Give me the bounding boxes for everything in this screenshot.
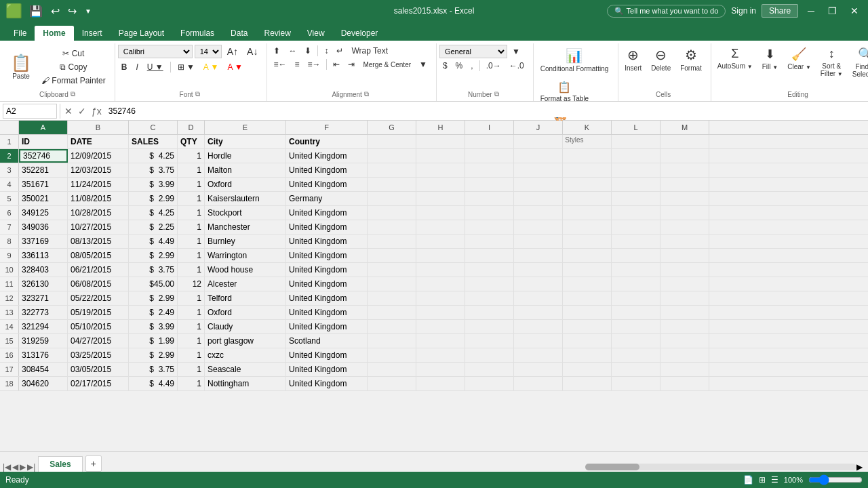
col-header-e[interactable]: E <box>205 121 286 134</box>
cell-d7[interactable]: 1 <box>178 220 205 234</box>
col-header-b[interactable]: B <box>68 121 129 134</box>
header-city[interactable]: City <box>205 135 286 148</box>
number-expand-btn[interactable]: ▼ <box>509 45 524 58</box>
cell-f10[interactable]: United Kingdom <box>286 263 368 277</box>
insert-function-button[interactable]: ƒx <box>90 104 103 118</box>
fill-button[interactable]: ⬇ Fill ▼ <box>759 45 781 80</box>
cell-f5[interactable]: Germany <box>286 192 368 205</box>
cell-c3[interactable]: $ 3.75 <box>129 163 178 177</box>
cancel-formula-button[interactable]: ✕ <box>63 104 74 118</box>
cell-d6[interactable]: 1 <box>178 206 205 220</box>
cell-h2[interactable] <box>416 149 465 163</box>
cell-f7[interactable]: United Kingdom <box>286 220 368 234</box>
comma-button[interactable]: , <box>467 60 476 72</box>
currency-button[interactable]: $ <box>439 60 451 72</box>
cell-f15[interactable]: Scotland <box>286 334 368 348</box>
col-header-k[interactable]: K <box>563 121 612 134</box>
cell-c4[interactable]: $ 3.99 <box>129 178 178 191</box>
cell-c14[interactable]: $ 3.99 <box>129 320 178 333</box>
cell-c16[interactable]: $ 2.99 <box>129 348 178 362</box>
cell-f4[interactable]: United Kingdom <box>286 178 368 191</box>
font-size-select[interactable]: 14 <box>195 45 222 58</box>
formula-input[interactable] <box>106 105 865 117</box>
cell-a17[interactable]: 308454 <box>19 363 68 376</box>
align-center-button[interactable]: ≡ <box>291 58 302 70</box>
save-button[interactable]: 💾 <box>26 3 45 19</box>
clear-button[interactable]: 🧹 Clear ▼ <box>784 45 814 80</box>
cell-l1[interactable] <box>612 135 660 148</box>
tab-insert[interactable]: Insert <box>74 26 111 41</box>
cell-d18[interactable]: 1 <box>178 377 205 390</box>
cell-f6[interactable]: United Kingdom <box>286 206 368 220</box>
zoom-slider[interactable] <box>808 474 863 485</box>
col-header-c[interactable]: C <box>129 121 178 134</box>
cell-e2[interactable]: Hordle <box>205 149 286 163</box>
delete-button[interactable]: ⊖ Delete <box>648 45 674 74</box>
tab-developer[interactable]: Developer <box>333 26 387 41</box>
cell-a15[interactable]: 319259 <box>19 334 68 348</box>
cell-e17[interactable]: Seascale <box>205 363 286 376</box>
col-header-i[interactable]: I <box>465 121 514 134</box>
align-bottom-button[interactable]: ⬇ <box>301 45 315 57</box>
cell-a18[interactable]: 304620 <box>19 377 68 390</box>
italic-button[interactable]: I <box>132 61 141 73</box>
cell-i2[interactable] <box>465 149 514 163</box>
cell-m1[interactable] <box>660 135 709 148</box>
cell-b6[interactable]: 10/28/2015 <box>68 206 129 220</box>
cell-a14[interactable]: 321294 <box>19 320 68 333</box>
page-layout-view-button[interactable]: 📄 <box>743 475 753 485</box>
format-button[interactable]: ⚙ Format <box>677 45 705 74</box>
cell-b18[interactable]: 02/17/2015 <box>68 377 129 390</box>
cell-e15[interactable]: port glasgow <box>205 334 286 348</box>
cell-f12[interactable]: United Kingdom <box>286 291 368 305</box>
tab-data[interactable]: Data <box>222 26 256 41</box>
cut-button[interactable]: ✂ Cut <box>38 47 109 60</box>
close-button[interactable]: ✕ <box>846 4 863 18</box>
cell-d10[interactable]: 1 <box>178 263 205 277</box>
cell-c18[interactable]: $ 4.49 <box>129 377 178 390</box>
cell-a5[interactable]: 350021 <box>19 192 68 205</box>
cell-f11[interactable]: United Kingdom <box>286 277 368 291</box>
bold-button[interactable]: B <box>118 61 131 73</box>
cell-b5[interactable]: 11/08/2015 <box>68 192 129 205</box>
sheet-nav-next[interactable]: ▶ <box>20 462 26 472</box>
cell-b16[interactable]: 03/25/2015 <box>68 348 129 362</box>
cell-i1[interactable] <box>465 135 514 148</box>
cell-f9[interactable]: United Kingdom <box>286 249 368 262</box>
cell-e9[interactable]: Warrington <box>205 249 286 262</box>
cell-a9[interactable]: 336113 <box>19 249 68 262</box>
cell-a11[interactable]: 326130 <box>19 277 68 291</box>
align-left-button[interactable]: ≡← <box>270 58 290 70</box>
col-header-m[interactable]: M <box>660 121 709 134</box>
conditional-formatting-button[interactable]: 📊 Conditional Formatting <box>536 45 613 75</box>
cell-a13[interactable]: 322773 <box>19 306 68 319</box>
clipboard-expand-icon[interactable]: ⧉ <box>71 90 75 98</box>
cell-d14[interactable]: 1 <box>178 320 205 333</box>
col-header-a[interactable]: A <box>19 121 68 134</box>
merge-dropdown-button[interactable]: ▼ <box>416 58 431 70</box>
cell-a4[interactable]: 351671 <box>19 178 68 191</box>
fill-color-button[interactable]: A ▼ <box>200 61 222 73</box>
percent-button[interactable]: % <box>452 60 467 72</box>
tab-page-layout[interactable]: Page Layout <box>111 26 172 41</box>
header-sales[interactable]: SALES <box>129 135 178 148</box>
number-expand-icon[interactable]: ⧉ <box>494 90 499 98</box>
decrease-indent-button[interactable]: ⇤ <box>330 58 343 70</box>
cell-e13[interactable]: Oxford <box>205 306 286 319</box>
cell-a2[interactable]: 352746 <box>19 149 68 163</box>
cell-f13[interactable]: United Kingdom <box>286 306 368 319</box>
cell-k1[interactable] <box>563 135 612 148</box>
cell-a7[interactable]: 349036 <box>19 220 68 234</box>
share-button[interactable]: Share <box>762 4 798 18</box>
alignment-expand-icon[interactable]: ⧉ <box>364 90 369 98</box>
tab-file[interactable]: File <box>5 26 35 41</box>
cell-e14[interactable]: Claudy <box>205 320 286 333</box>
cell-b10[interactable]: 06/21/2015 <box>68 263 129 277</box>
header-country[interactable]: Country <box>286 135 368 148</box>
cell-b4[interactable]: 11/24/2015 <box>68 178 129 191</box>
cell-d16[interactable]: 1 <box>178 348 205 362</box>
header-id[interactable]: ID <box>19 135 68 148</box>
cell-e12[interactable]: Telford <box>205 291 286 305</box>
increase-font-button[interactable]: A↑ <box>224 45 241 58</box>
cell-g2[interactable] <box>368 149 416 163</box>
